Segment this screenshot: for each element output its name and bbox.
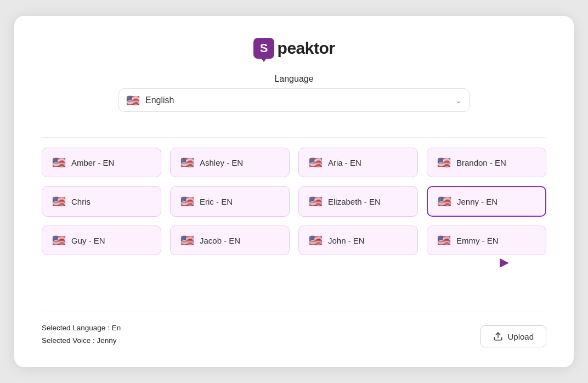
voice-name-amber: Amber - EN [71,158,114,167]
footer-bar: Selected Language : En Selected Voice : … [42,312,546,347]
logo-area: S peaktor [42,38,546,59]
language-label: Language [274,74,313,84]
voice-flag-brandon: 🇺🇸 [437,156,451,169]
voice-btn-john[interactable]: 🇺🇸John - EN [298,226,418,255]
logo-text: peaktor [278,39,335,58]
footer-content: Selected Language : En Selected Voice : … [42,322,546,347]
voice-btn-aria[interactable]: 🇺🇸Aria - EN [298,148,418,177]
voice-btn-jenny[interactable]: 🇺🇸Jenny - EN [427,186,546,217]
voice-flag-eric: 🇺🇸 [180,195,194,208]
logo-wrapper: S peaktor [253,38,335,59]
voice-btn-chris[interactable]: 🇺🇸Chris [42,186,161,217]
voice-name-eric: Eric - EN [200,197,233,206]
voice-name-ashley: Ashley - EN [200,158,243,167]
voice-grid: 🇺🇸Amber - EN🇺🇸Ashley - EN🇺🇸Aria - EN🇺🇸Br… [42,148,546,255]
selected-language-line: Selected Language : En [42,322,121,335]
voice-flag-elizabeth: 🇺🇸 [309,195,323,208]
voice-name-elizabeth: Elizabeth - EN [328,197,381,206]
voice-btn-emmy[interactable]: 🇺🇸Emmy - EN [427,226,546,255]
voice-name-jenny: Jenny - EN [457,197,497,206]
voice-name-aria: Aria - EN [328,158,361,167]
voice-flag-jenny: 🇺🇸 [438,195,451,208]
voice-btn-ashley[interactable]: 🇺🇸Ashley - EN [170,148,290,177]
language-section: Language 🇺🇸 English Spanish French Germa… [42,74,546,112]
voice-flag-john: 🇺🇸 [309,234,323,247]
language-select-wrapper: 🇺🇸 English Spanish French German ⌄ [118,88,470,112]
cursor-pointer-icon: ▶ [500,255,509,269]
voice-btn-brandon[interactable]: 🇺🇸Brandon - EN [427,148,546,177]
main-card: S peaktor Language 🇺🇸 English Spanish Fr… [14,16,574,367]
voice-btn-amber[interactable]: 🇺🇸Amber - EN [42,148,161,177]
voice-flag-chris: 🇺🇸 [52,195,66,208]
voice-btn-eric[interactable]: 🇺🇸Eric - EN [170,186,290,217]
voice-name-jacob: Jacob - EN [200,236,240,245]
voice-btn-guy[interactable]: 🇺🇸Guy - EN [42,226,161,255]
upload-icon [493,331,503,341]
voice-name-chris: Chris [71,197,91,206]
footer-info: Selected Language : En Selected Voice : … [42,322,121,347]
voice-name-guy: Guy - EN [71,236,105,245]
voice-name-brandon: Brandon - EN [456,158,506,167]
selected-voice-line: Selected Voice : Jenny [42,335,121,347]
voice-name-john: John - EN [328,236,365,245]
voice-flag-ashley: 🇺🇸 [180,156,194,169]
voice-flag-guy: 🇺🇸 [52,234,66,247]
voice-btn-jacob[interactable]: 🇺🇸Jacob - EN [170,226,290,255]
language-select[interactable]: English Spanish French German [118,88,470,112]
upload-button[interactable]: Upload [480,325,546,347]
section-divider [42,137,546,138]
footer-divider [42,312,546,312]
voice-flag-emmy: 🇺🇸 [437,234,451,247]
voice-flag-jacob: 🇺🇸 [180,234,194,247]
voice-flag-aria: 🇺🇸 [309,156,323,169]
voice-name-emmy: Emmy - EN [456,236,499,245]
voice-btn-elizabeth[interactable]: 🇺🇸Elizabeth - EN [298,186,418,217]
logo-icon: S [253,38,274,59]
voice-flag-amber: 🇺🇸 [52,156,66,169]
